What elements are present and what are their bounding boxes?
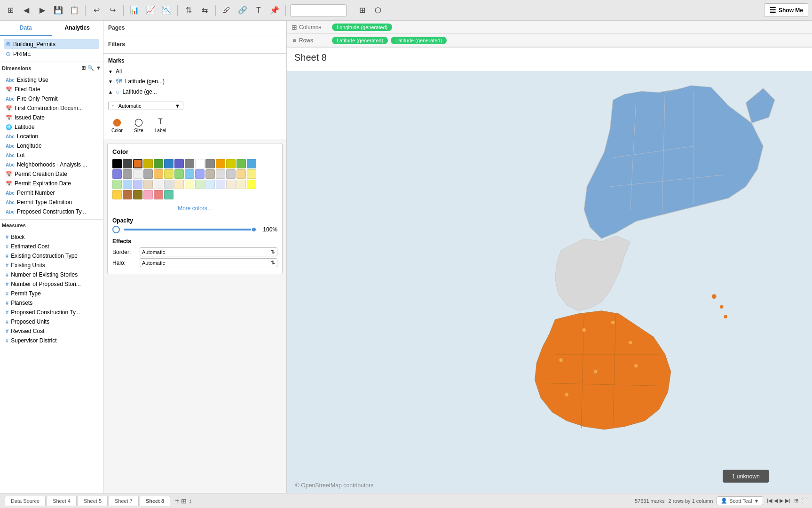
- color-swatch-4[interactable]: [154, 159, 163, 168]
- meas-estimated-cost[interactable]: # Estimated Cost: [4, 242, 99, 251]
- pin-button[interactable]: 📌: [268, 4, 281, 17]
- color-swatch-6[interactable]: [174, 159, 184, 168]
- color-swatch-36[interactable]: [195, 180, 205, 189]
- meas-existing-units[interactable]: # Existing Units: [4, 261, 99, 270]
- color-swatch-11[interactable]: [226, 159, 236, 168]
- color-swatch-3[interactable]: [143, 159, 153, 168]
- color-swatch-19[interactable]: [164, 169, 173, 179]
- color-swatch-17[interactable]: [143, 169, 153, 179]
- tab-sheet4[interactable]: Sheet 4: [47, 496, 77, 506]
- save-button[interactable]: 💾: [52, 4, 65, 17]
- color-swatch-47[interactable]: [164, 190, 173, 199]
- nav-first-icon[interactable]: |◀: [767, 498, 772, 504]
- color-swatch-42[interactable]: [112, 190, 122, 199]
- color-swatch-27[interactable]: [247, 169, 256, 179]
- color-swatch-12[interactable]: [237, 159, 246, 168]
- nav-prev-icon[interactable]: ◀: [774, 498, 778, 504]
- more-colors-button[interactable]: More colors...: [112, 203, 277, 214]
- color-swatch-28[interactable]: [112, 180, 122, 189]
- color-swatch-33[interactable]: [164, 180, 173, 189]
- meas-proposed-construction[interactable]: # Proposed Construction Ty...: [4, 308, 99, 317]
- color-swatch-29[interactable]: [123, 180, 132, 189]
- opacity-slider[interactable]: [124, 229, 257, 230]
- color-swatch-31[interactable]: [143, 180, 153, 189]
- color-button[interactable]: ⬤ Color: [108, 115, 126, 135]
- chart-type-button[interactable]: 📉: [160, 4, 173, 17]
- color-swatch-9[interactable]: [205, 159, 215, 168]
- color-swatch-22[interactable]: [195, 169, 205, 179]
- dim-lot[interactable]: Abc Lot: [4, 151, 99, 160]
- dim-neighborhoods[interactable]: Abc Neighborhoods - Analysis ...: [4, 160, 99, 169]
- color-swatch-46[interactable]: [154, 190, 163, 199]
- color-swatch-18[interactable]: [154, 169, 163, 179]
- meas-block[interactable]: # Block: [4, 232, 99, 242]
- color-swatch-38[interactable]: [216, 180, 225, 189]
- dim-permit-number[interactable]: Abc Permit Number: [4, 188, 99, 198]
- user-button[interactable]: 👤 Scott Teal ▼: [717, 496, 763, 505]
- color-swatch-45[interactable]: [143, 190, 153, 199]
- marks-type-dropdown[interactable]: ○ Automatic ▼: [108, 102, 183, 110]
- meas-num-existing-stories[interactable]: # Number of Existing Stories: [4, 270, 99, 279]
- presentation-button[interactable]: ⊞: [355, 4, 369, 17]
- color-swatch-26[interactable]: [237, 169, 246, 179]
- label-button[interactable]: T: [252, 4, 265, 17]
- color-swatch-8[interactable]: [195, 159, 205, 168]
- opacity-thumb[interactable]: [251, 227, 257, 232]
- swap-cols-button[interactable]: ⇆: [198, 4, 211, 17]
- color-swatch-37[interactable]: [205, 180, 215, 189]
- color-swatch-40[interactable]: [237, 180, 246, 189]
- redo-button[interactable]: ↪: [106, 4, 119, 17]
- label-button[interactable]: T Label: [151, 115, 169, 135]
- color-swatch-39[interactable]: [226, 180, 236, 189]
- color-swatch-25[interactable]: [226, 169, 236, 179]
- opacity-handle[interactable]: [112, 226, 120, 233]
- dim-longitude[interactable]: Abc Longitude: [4, 141, 99, 151]
- grid-icon[interactable]: ⊞: [81, 65, 86, 71]
- marks-lat-gen-row[interactable]: ▼ 🗺 Latitude (gen...): [108, 76, 282, 87]
- meas-num-proposed-stories[interactable]: # Number of Proposed Stori...: [4, 279, 99, 289]
- columns-pill-longitude[interactable]: Longitude (generated): [332, 24, 392, 31]
- fullscreen-icon[interactable]: ⛶: [802, 498, 807, 504]
- color-swatch-15[interactable]: [123, 169, 132, 179]
- dim-existing-use[interactable]: Abc Existing Use: [4, 75, 99, 85]
- marks-all-row[interactable]: ▼ All: [108, 67, 282, 76]
- group-button[interactable]: 🔗: [236, 4, 249, 17]
- color-swatch-0[interactable]: [112, 159, 122, 168]
- marks-lat-ge-row[interactable]: ▲ ○ Latitude (ge...: [108, 87, 282, 97]
- color-swatch-44[interactable]: [133, 190, 142, 199]
- nav-next-icon[interactable]: ▶: [780, 498, 783, 504]
- dim-latitude[interactable]: 🌐 Latitude: [4, 122, 99, 132]
- nav-last-icon[interactable]: ▶|: [785, 498, 790, 504]
- meas-proposed-units[interactable]: # Proposed Units: [4, 317, 99, 326]
- chart-button[interactable]: 📊: [128, 4, 141, 17]
- border-dropdown[interactable]: Automatic ⇅: [140, 247, 277, 256]
- duplicate-sheet-icon[interactable]: ⊞: [181, 497, 187, 505]
- datasource-prime[interactable]: ⊙ PRIME: [4, 49, 99, 59]
- share-button[interactable]: ⬡: [371, 4, 385, 17]
- forward-button[interactable]: ▶: [36, 4, 49, 17]
- rows-pill-lat-1[interactable]: Latitude (generated): [332, 37, 388, 44]
- tab-sheet7[interactable]: Sheet 7: [109, 496, 139, 506]
- color-swatch-35[interactable]: [185, 180, 194, 189]
- color-swatch-10[interactable]: [216, 159, 225, 168]
- meas-existing-construction[interactable]: # Existing Construction Type: [4, 251, 99, 261]
- dropdown-icon[interactable]: ▼: [96, 65, 101, 71]
- tab-data[interactable]: Data: [0, 21, 52, 36]
- dim-permit-creation-date[interactable]: 📅 Permit Creation Date: [4, 169, 99, 179]
- dim-permit-expiration-date[interactable]: 📅 Permit Expiration Date: [4, 179, 99, 188]
- meas-supervisor-district[interactable]: # Supervisor District: [4, 336, 99, 345]
- dim-proposed-construction[interactable]: Abc Proposed Construction Ty...: [4, 207, 99, 216]
- rows-pill-lat-2[interactable]: Latitude (generated): [391, 37, 447, 44]
- size-button[interactable]: ◯ Size: [130, 115, 148, 135]
- meas-revised-cost[interactable]: # Revised Cost: [4, 326, 99, 336]
- color-swatch-34[interactable]: [174, 180, 184, 189]
- color-swatch-14[interactable]: [112, 169, 122, 179]
- dim-location[interactable]: Abc Location: [4, 132, 99, 141]
- show-me-button[interactable]: ☰ Show Me: [764, 3, 808, 17]
- tab-analytics[interactable]: Analytics: [52, 21, 103, 36]
- meas-plansets[interactable]: # Plansets: [4, 298, 99, 308]
- tab-sheet8[interactable]: Sheet 8: [140, 496, 170, 506]
- color-swatch-20[interactable]: [174, 169, 184, 179]
- highlight-button[interactable]: 🖊: [220, 4, 233, 17]
- color-swatch-41[interactable]: [247, 180, 256, 189]
